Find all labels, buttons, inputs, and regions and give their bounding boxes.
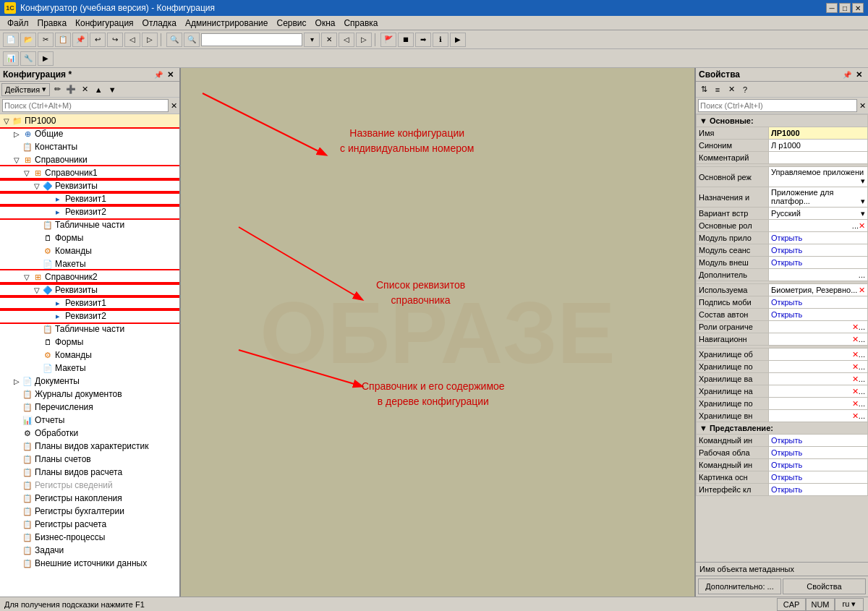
tb-step[interactable]: ➡ <box>415 33 431 47</box>
search-clear-btn[interactable]: ✕ <box>171 101 177 111</box>
close-button[interactable]: ✕ <box>852 3 864 13</box>
expand-tabchasti1[interactable] <box>32 220 42 230</box>
tree-item-spravochniki[interactable]: ▽ ⊞ Справочники <box>0 153 179 166</box>
props-properties-btn[interactable]: Свойства <box>783 578 866 594</box>
tb-fwd[interactable]: ▷ <box>142 33 158 47</box>
tree-item-obschie[interactable]: ▷ ⊕ Общие <box>0 127 179 140</box>
tree-item-plany-schetov[interactable]: 📋 Планы счетов <box>0 453 179 466</box>
expand-makety1[interactable] <box>32 259 42 269</box>
panel-close-btn[interactable]: ✕ <box>164 70 176 80</box>
kartinka-link[interactable]: Открыть <box>771 473 802 482</box>
tree-item-rekvizit2[interactable]: ▸ Реквизит2 <box>0 205 179 218</box>
props-value-interfejs[interactable]: Открыть <box>769 484 868 496</box>
tree-item-perechisleniya[interactable]: 📋 Перечисления <box>0 401 179 414</box>
tb2-btn2[interactable]: 🔧 <box>20 51 36 66</box>
tree-item-formy1[interactable]: 🗒 Формы <box>0 231 179 244</box>
menu-debug[interactable]: Отладка <box>138 17 181 29</box>
tree-item-otchety[interactable]: 📊 Отчеты <box>0 414 179 427</box>
expand-obschie[interactable]: ▷ <box>12 129 22 139</box>
panel-up-btn[interactable]: ▲ <box>92 83 105 96</box>
menu-service[interactable]: Сервис <box>272 17 310 29</box>
khr-ob-clear[interactable]: ✕ <box>852 350 859 359</box>
ispolz-clear[interactable]: ✕ <box>859 286 865 295</box>
props-value-comment[interactable] <box>769 152 868 164</box>
tb-open[interactable]: 📂 <box>20 33 36 47</box>
expand-spravochnik2[interactable]: ▽ <box>22 272 32 282</box>
tree-item-dokumenty[interactable]: ▷ 📄 Документы <box>0 375 179 388</box>
props-value-khranilsche-ob[interactable]: ... ✕ <box>769 349 868 361</box>
panel-add-btn[interactable]: ➕ <box>64 83 77 96</box>
khr-va-btn[interactable]: ... <box>859 375 865 383</box>
props-value-modul-vnesh[interactable]: Открыть <box>769 257 868 269</box>
khr-po-clear[interactable]: ✕ <box>852 362 859 372</box>
tb-flag[interactable]: 🚩 <box>380 33 396 47</box>
panel-del-btn[interactable]: ✕ <box>78 83 91 96</box>
expand-registry-nakop[interactable] <box>12 493 22 503</box>
komand-in1-link[interactable]: Открыть <box>771 436 802 445</box>
props-value-khranilsche-vn[interactable]: ... ✕ <box>769 410 868 422</box>
props-value-komand-in1[interactable]: Открыть <box>769 435 868 447</box>
osnov-rezh-dropdown[interactable]: ▾ <box>861 176 865 186</box>
props-value-komand-in2[interactable]: Открыть <box>769 459 868 471</box>
osnov-rol-clear[interactable]: ✕ <box>859 221 865 231</box>
khr-vn-clear[interactable]: ✕ <box>852 411 859 421</box>
expand-vneshnie[interactable] <box>12 558 22 568</box>
tree-item-rekvizity1[interactable]: ▽ 🔷 Реквизиты <box>0 179 179 192</box>
props-value-kartinka[interactable]: Открыть <box>769 471 868 484</box>
expand-plany-vid-rasch[interactable] <box>12 467 22 477</box>
modul-prilo-link[interactable]: Открыть <box>771 234 802 242</box>
props-value-roli-ogr[interactable]: ... ✕ <box>769 321 868 333</box>
expand-makety2[interactable] <box>32 363 42 373</box>
naznach-dropdown[interactable]: ▾ <box>861 197 865 206</box>
tb-new[interactable]: 📄 <box>3 33 19 47</box>
expand-konstanty[interactable] <box>12 142 22 152</box>
expand-rekvizit22[interactable] <box>42 311 52 321</box>
dopolnit-btn[interactable]: ... <box>859 270 865 279</box>
props-value-khranilsche-po[interactable]: ... ✕ <box>769 361 868 373</box>
tb-cut[interactable]: ✂ <box>38 33 54 47</box>
expand-rekvizit21[interactable] <box>42 298 52 308</box>
props-search-input[interactable] <box>700 101 855 110</box>
variant-dropdown[interactable]: ▾ <box>861 209 865 218</box>
props-value-dopolnit[interactable]: ... <box>769 269 868 281</box>
roli-ogr-btn[interactable]: ... <box>859 322 865 331</box>
expand-dokumenty[interactable]: ▷ <box>12 376 22 386</box>
tb-arrow2[interactable]: ▷ <box>356 33 372 47</box>
interfejs-link[interactable]: Открыть <box>771 485 802 494</box>
tree-item-pr1000[interactable]: ▽ 📁 ПР1000 <box>0 114 179 127</box>
menu-config[interactable]: Конфигурация <box>71 17 138 29</box>
props-value-variant[interactable]: Русский ▾ <box>769 208 868 220</box>
config-search-input[interactable] <box>4 101 166 110</box>
props-value-synonym[interactable]: Л р1000 <box>769 140 868 152</box>
osnov-rol-btn[interactable]: ... <box>852 221 859 230</box>
khr-na-clear[interactable]: ✕ <box>852 387 859 396</box>
panel-edit-btn[interactable]: ✏ <box>51 83 64 96</box>
expand-plany-schetov[interactable] <box>12 454 22 464</box>
khr-po2-btn[interactable]: ... <box>859 399 865 408</box>
expand-rekvizit2[interactable] <box>42 207 52 217</box>
expand-rekvizit1[interactable] <box>42 194 52 204</box>
tb-stop[interactable]: ⏹ <box>398 33 414 47</box>
rab-obla-link[interactable]: Открыть <box>771 448 802 457</box>
menu-admin[interactable]: Администрирование <box>181 17 272 29</box>
tb-redo[interactable]: ↪ <box>107 33 123 47</box>
tb-copy[interactable]: 📋 <box>55 33 71 47</box>
toolbar-search-input[interactable] <box>201 33 302 46</box>
props-value-osnov-rol[interactable]: ✕ ... <box>769 220 868 232</box>
props-value-name[interactable]: ЛР1000 <box>769 127 868 140</box>
expand-plany-vid-khar[interactable] <box>12 441 22 451</box>
sostav-link[interactable]: Открыть <box>771 310 802 319</box>
expand-pr1000[interactable]: ▽ <box>1 116 12 126</box>
props-value-khranilsche-po2[interactable]: ... ✕ <box>769 398 868 410</box>
tb-back[interactable]: ◁ <box>124 33 140 47</box>
expand-zhurnaly[interactable] <box>12 389 22 399</box>
expand-komandy2[interactable] <box>32 350 42 360</box>
expand-rekvizity1[interactable]: ▽ <box>32 181 42 191</box>
tree-item-registry-sved[interactable]: 📋 Регистры сведений <box>0 479 179 492</box>
roli-ogr-clear[interactable]: ✕ <box>852 322 859 332</box>
expand-zadachi[interactable] <box>12 545 22 555</box>
tree-item-rekvizity2[interactable]: ▽ 🔷 Реквизиты <box>0 283 179 296</box>
tree-item-plany-vid-rasch[interactable]: 📋 Планы видов расчета <box>0 466 179 479</box>
menu-help[interactable]: Справка <box>339 17 382 29</box>
props-value-navig[interactable]: ... ✕ <box>769 333 868 346</box>
